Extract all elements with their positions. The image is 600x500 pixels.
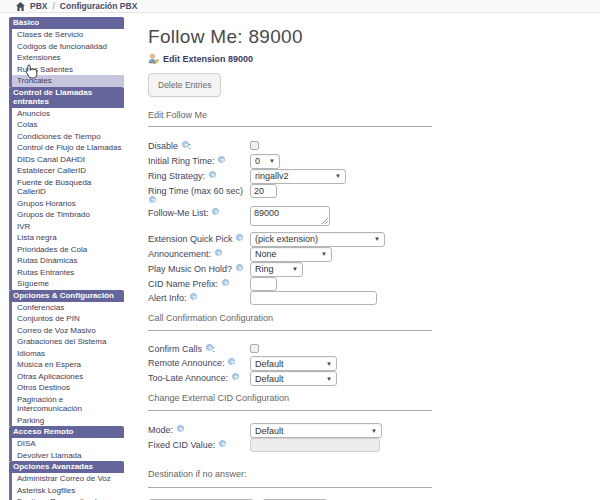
sidebar-item-condiciones-de-tiempo[interactable]: Condiciones de Tiempo [9, 131, 124, 143]
fixed-cid-value-input [250, 438, 380, 452]
ring-strategy-label: Ring Strategy: [148, 169, 250, 181]
disable-checkbox[interactable] [250, 141, 259, 150]
help-icon[interactable] [182, 141, 189, 148]
play-music-on-hold-label: Play Music On Hold? [148, 262, 250, 274]
help-icon[interactable] [228, 358, 235, 365]
sidebar-item-idiomas[interactable]: Idiomas [9, 348, 124, 360]
chevron-down-icon: ▼ [326, 376, 332, 382]
home-icon[interactable] [16, 2, 25, 11]
initial-ring-time-label: Initial Ring Time: [148, 154, 250, 166]
sidebar-item-parking[interactable]: Parking [9, 415, 124, 427]
sidebar-item-disa[interactable]: DISA [9, 438, 124, 450]
select-0[interactable]: 0▼ [250, 154, 280, 169]
sidebar-item-conjuntos-de-pin[interactable]: Conjuntos de PIN [9, 313, 124, 325]
select-pick-extension[interactable]: (pick extension)▼ [250, 232, 385, 247]
sidebar-item-correo-de-voz-masivo[interactable]: Correo de Voz Masivo [9, 325, 124, 337]
form-row-too-late-announce: Too-Late Announce: Default▼ [148, 371, 438, 386]
select-default[interactable]: Default▼ [250, 356, 337, 371]
follow-me-list-textarea[interactable]: 89000 [250, 206, 330, 226]
help-icon[interactable] [236, 264, 243, 271]
ring-time-max-60-sec-input[interactable] [250, 184, 277, 198]
sidebar-section-opciones-configuracion: Opciones & Configuración [9, 290, 124, 302]
sidebar-item-fuente-de-busqueda-callerid[interactable]: Fuente de Búsqueda CallerID [9, 177, 124, 198]
resize-grip-icon[interactable] [322, 218, 328, 224]
sidebar-item-colas[interactable]: Colas [9, 119, 124, 131]
select-default[interactable]: Default▼ [250, 423, 382, 438]
sidebar-item-rutas-entrantes[interactable]: Rutas Entrantes [9, 267, 124, 279]
help-icon[interactable] [177, 425, 184, 432]
sidebar-item-grabaciones-del-sistema[interactable]: Grabaciones del Sistema [9, 336, 124, 348]
follow-me-list-label: Follow-Me List: [148, 206, 250, 218]
sidebar-section-basico: Básico [9, 17, 124, 29]
section-divider [148, 487, 432, 488]
section-label-destination-if-no-answer: Destination if no answer: [148, 469, 438, 479]
remote-announce-label: Remote Announce: [148, 356, 250, 368]
help-icon[interactable] [206, 344, 213, 351]
edit-follow-me-label: Edit Follow Me [148, 110, 438, 120]
sidebar-item-sigueme[interactable]: Sígueme [9, 278, 124, 290]
sidebar-item-establecer-callerid[interactable]: Establecer CallerID [9, 165, 124, 177]
sidebar-item-grupos-de-timbrado[interactable]: Grupos de Timbrado [9, 209, 124, 221]
chevron-down-icon: ▼ [321, 251, 327, 257]
sidebar-item-devolver-llamada[interactable]: Devolver Llamada [9, 450, 124, 462]
chevron-down-icon: ▼ [371, 428, 377, 434]
help-icon[interactable] [190, 293, 197, 300]
select-value: (pick extension) [255, 234, 318, 244]
sidebar-item-destinos-personalizados[interactable]: Destinos Personalizados [9, 496, 124, 500]
sidebar-item-otros-destinos[interactable]: Otros Destinos [9, 382, 124, 394]
select-none[interactable]: None▼ [250, 247, 332, 262]
follow-me-form: Disable :Initial Ring Time: 0▼Ring Strat… [148, 139, 438, 500]
sidebar-section-opciones-avanzadas: Opciones Avanzadas [9, 461, 124, 473]
help-icon[interactable] [149, 196, 156, 203]
sidebar-item-paginacion-e-intercomunicacion[interactable]: Paginación e Intercomunicación [9, 394, 124, 415]
sidebar-item-prioridades-de-cola[interactable]: Prioridades de Cola [9, 244, 124, 256]
help-icon[interactable] [212, 208, 219, 215]
breadcrumb-item-pbx[interactable]: PBX [30, 1, 47, 11]
sidebar-item-lista-negra[interactable]: Lista negra [9, 232, 124, 244]
help-icon[interactable] [236, 234, 243, 241]
sidebar-item-conferencias[interactable]: Conferencias [9, 302, 124, 314]
sidebar-item-grupos-horarios[interactable]: Grupos Horarios [9, 198, 124, 210]
section-label-call-confirmation-configuration: Call Confirmation Configuration [148, 313, 438, 323]
form-row-extension-quick-pick: Extension Quick Pick (pick extension)▼ [148, 232, 438, 247]
sidebar-item-extensiones[interactable]: Extensiones [9, 52, 124, 64]
help-icon[interactable] [222, 279, 229, 286]
form-row-remote-announce: Remote Announce: Default▼ [148, 356, 438, 371]
chevron-down-icon: ▼ [335, 173, 341, 179]
help-icon[interactable] [219, 440, 226, 447]
form-row-ring-time-max-60-sec: Ring Time (max 60 sec) [148, 184, 438, 206]
mode-label: Mode: [148, 423, 250, 435]
chevron-down-icon: ▼ [326, 361, 332, 367]
select-ringallv2[interactable]: ringallv2▼ [250, 169, 346, 184]
sidebar-item-dids-canal-dahdi[interactable]: DIDs Canal DAHDI [9, 154, 124, 166]
help-icon[interactable] [218, 156, 225, 163]
sidebar-item-control-de-flujo-de-llamadas[interactable]: Control de Flujo de Llamadas [9, 142, 124, 154]
section-label-change-external-cid-configuration: Change External CID Configuration [148, 393, 438, 403]
confirm-calls-checkbox[interactable] [250, 344, 259, 353]
sidebar-item-otras-aplicaciones[interactable]: Otras Aplicaciones [9, 371, 124, 383]
help-icon[interactable] [232, 373, 239, 380]
chevron-down-icon: ▼ [374, 236, 380, 242]
alert-info-input[interactable] [250, 291, 377, 305]
edit-extension-label: Edit Extension 89000 [163, 54, 253, 64]
sidebar-item-ivr[interactable]: IVR [9, 221, 124, 233]
sidebar-item-clases-de-servicio[interactable]: Clases de Servicio [9, 29, 124, 41]
sidebar-item-codigos-de-funcionalidad[interactable]: Códigos de funcionalidad [9, 41, 124, 53]
main-content: Follow Me: 89000 Edit Extension 89000 De… [148, 26, 438, 500]
delete-entries-button[interactable]: Delete Entries [148, 73, 221, 97]
select-value: 0 [255, 156, 260, 166]
select-ring[interactable]: Ring▼ [250, 262, 303, 277]
sidebar-item-rutas-dinamicas[interactable]: Rutas Dinámicas [9, 255, 124, 267]
select-default[interactable]: Default▼ [250, 371, 337, 386]
form-row-mode: Mode: Default▼ [148, 423, 438, 438]
help-icon[interactable] [215, 249, 222, 256]
fixed-cid-value-label: Fixed CID Value: [148, 438, 250, 450]
help-icon[interactable] [209, 171, 216, 178]
disable-label: Disable : [148, 139, 250, 151]
cid-name-prefix-input[interactable] [250, 277, 277, 291]
sidebar-item-administrar-correo-de-voz[interactable]: Administrar Correo de Voz [9, 473, 124, 485]
sidebar-item-musica-en-espera[interactable]: Música en Espera [9, 359, 124, 371]
edit-extension-link[interactable]: Edit Extension 89000 [148, 53, 438, 64]
sidebar-item-asterisk-logfiles[interactable]: Asterisk Logfiles [9, 485, 124, 497]
sidebar-item-anuncios[interactable]: Anuncios [9, 108, 124, 120]
